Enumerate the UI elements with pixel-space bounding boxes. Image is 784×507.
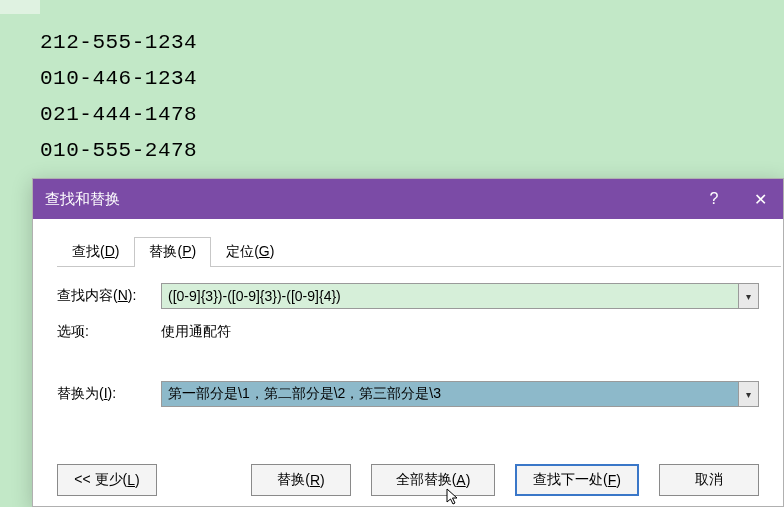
doc-line[interactable]: 010-555-2478 <box>40 133 197 169</box>
find-dropdown-button[interactable]: ▾ <box>738 284 758 308</box>
chevron-down-icon: ▾ <box>746 389 751 400</box>
options-value: 使用通配符 <box>161 323 231 341</box>
replace-combobox[interactable]: ▾ <box>161 381 759 407</box>
dialog-tabs: 查找(D) 替换(P) 定位(G) <box>57 239 783 267</box>
close-button[interactable]: ✕ <box>737 179 783 219</box>
replace-label: 替换为(I): <box>57 385 161 403</box>
find-row: 查找内容(N): ▾ <box>57 283 759 309</box>
find-replace-dialog: 查找和替换 ? ✕ 查找(D) 替换(P) 定位(G) 查找内容(N): ▾ <box>32 178 784 507</box>
doc-line[interactable]: 212-555-1234 <box>40 25 197 61</box>
cursor-marker <box>0 0 40 14</box>
find-next-button[interactable]: 查找下一处(F) <box>515 464 639 496</box>
dialog-buttons: << 更少(L) 替换(R) 全部替换(A) 查找下一处(F) 取消 <box>57 464 759 496</box>
replace-button[interactable]: 替换(R) <box>251 464 351 496</box>
chevron-down-icon: ▾ <box>746 291 751 302</box>
dialog-title: 查找和替换 <box>45 190 120 209</box>
find-input[interactable] <box>162 284 738 308</box>
replace-input[interactable] <box>162 382 738 406</box>
help-button[interactable]: ? <box>691 179 737 219</box>
replace-all-button[interactable]: 全部替换(A) <box>371 464 495 496</box>
options-label: 选项: <box>57 323 161 341</box>
find-combobox[interactable]: ▾ <box>161 283 759 309</box>
tab-replace[interactable]: 替换(P) <box>134 237 211 267</box>
options-row: 选项: 使用通配符 <box>57 319 759 345</box>
document-text[interactable]: 212-555-1234 010-446-1234 021-444-1478 0… <box>40 25 197 169</box>
less-button[interactable]: << 更少(L) <box>57 464 157 496</box>
dialog-titlebar[interactable]: 查找和替换 ? ✕ <box>33 179 783 219</box>
cancel-button[interactable]: 取消 <box>659 464 759 496</box>
replace-row: 替换为(I): ▾ <box>57 381 759 407</box>
dialog-form: 查找内容(N): ▾ 选项: 使用通配符 替换为(I): ▾ <box>57 283 759 417</box>
find-label: 查找内容(N): <box>57 287 161 305</box>
replace-dropdown-button[interactable]: ▾ <box>738 382 758 406</box>
doc-line[interactable]: 021-444-1478 <box>40 97 197 133</box>
doc-line[interactable]: 010-446-1234 <box>40 61 197 97</box>
tab-goto[interactable]: 定位(G) <box>211 237 289 267</box>
tab-find[interactable]: 查找(D) <box>57 237 134 267</box>
